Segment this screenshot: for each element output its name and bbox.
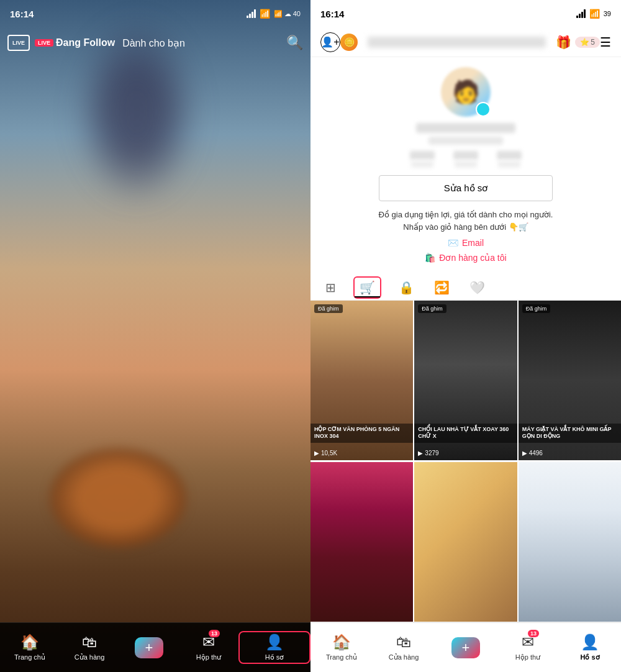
rnav-hop-thu-label: Hộp thư <box>515 653 540 661</box>
nav-label-trang-chu: Trang chủ <box>14 653 45 661</box>
pinned-badge-2: Đã ghim <box>418 304 446 313</box>
tab-basket[interactable]: 🛒 <box>353 276 381 299</box>
profile-icon: 👤 <box>265 633 284 651</box>
stat-followers-value <box>453 151 478 160</box>
inbox-icon: ✉ 13 <box>202 633 215 651</box>
videos-grid: Đã ghim HỘP CƠM VĂN PHÒNG 5 NGĂN INOX 30… <box>310 301 621 622</box>
left-status-bar: 16:14 📶 📶 ☁ 40 <box>0 0 310 27</box>
rnav-ho-so-label: Hồ sơ <box>580 653 599 661</box>
right-bottom-nav: 🏠 Trang chủ 🛍 Cửa hàng + ✉ 13 Hộp thư 👤 … <box>310 622 621 672</box>
danh-cho-ban-tab[interactable]: Dành cho bạn <box>122 37 185 49</box>
right-battery: 39 <box>604 10 611 17</box>
rnav-shop-icon: 🛍 <box>396 633 411 651</box>
hamburger-menu-icon[interactable]: ☰ <box>600 35 611 50</box>
bio-line1: Đồ gia dụng tiện lợi, giá tốt dành cho m… <box>379 210 553 219</box>
left-bottom-nav: 🏠 Trang chủ 🛍 Cửa hàng + ✉ 13 Hộp thư 👤 … <box>0 622 310 672</box>
tiktok-coin-button[interactable]: 🪙 <box>340 34 358 51</box>
rnav-hop-thu[interactable]: ✉ 13 Hộp thư <box>497 633 559 661</box>
nav-item-ho-so[interactable]: 👤 Hồ sơ <box>238 631 310 664</box>
view-count-3: 4496 <box>529 450 543 456</box>
tab-lock[interactable]: 🔒 <box>396 275 417 300</box>
plus-button[interactable]: + <box>135 637 163 658</box>
left-time: 16:14 <box>10 9 34 19</box>
add-user-icon: 👤+ <box>321 36 339 48</box>
play-icon-2: ▶ <box>418 450 423 456</box>
video-item-4[interactable] <box>310 462 413 622</box>
stat-following <box>410 151 435 168</box>
video-caption-2: CHỔI LAU NHÀ TỰ VẮT XOAY 360 CHỮ X <box>414 424 517 443</box>
video-item-1[interactable]: Đã ghim HỘP CƠM VĂN PHÒNG 5 NGĂN INOX 30… <box>310 301 413 460</box>
gift-star-icon: ⭐ <box>580 38 589 47</box>
right-wifi-icon: 📶 <box>589 9 600 19</box>
email-link[interactable]: ✉️ Email <box>448 238 484 248</box>
username-display <box>368 37 546 48</box>
bio-text: Đồ gia dụng tiện lợi, giá tốt dành cho m… <box>366 209 566 233</box>
content-tabs: ⊞ 🛒 🔒 🔁 🤍 <box>310 275 621 301</box>
gift-count-badge: ⭐ 5 <box>575 37 600 48</box>
profile-stats <box>410 151 522 168</box>
video-item-5[interactable] <box>414 462 517 622</box>
right-time: 16:14 <box>320 9 344 19</box>
nav-item-trang-chu[interactable]: 🏠 Trang chủ <box>0 633 60 661</box>
left-video-bg <box>0 0 310 672</box>
rnav-trang-chu-label: Trang chủ <box>326 653 357 661</box>
left-header: LIVE LIVE Đang Follow Dành cho bạn 🔍 <box>0 27 310 58</box>
video-caption-1: HỘP CƠM VĂN PHÒNG 5 NGĂN INOX 304 <box>310 424 413 443</box>
rnav-inbox-icon: ✉ 13 <box>522 633 534 651</box>
hop-thu-badge: 13 <box>209 630 220 637</box>
search-icon[interactable]: 🔍 <box>286 35 303 51</box>
basket-icon: 🛒 <box>360 281 375 294</box>
left-status-icons: 📶 📶 ☁ 40 <box>247 9 301 19</box>
pinned-badge-3: Đã ghim <box>522 304 551 313</box>
stat-following-label <box>411 161 433 168</box>
play-icon-1: ▶ <box>314 450 319 456</box>
order-icon: 🛍️ <box>425 253 435 263</box>
rnav-ho-so[interactable]: 👤 Hồ sơ <box>559 633 621 661</box>
rnav-profile-icon: 👤 <box>581 633 599 651</box>
tab-liked[interactable]: 🤍 <box>467 275 487 300</box>
bio-line2: Nhấp vào giỏ hàng bên dưới 👇🛒 <box>403 222 528 232</box>
rnav-hop-thu-badge: 13 <box>528 630 539 637</box>
rnav-cua-hang[interactable]: 🛍 Cửa hàng <box>373 633 435 661</box>
stat-likes-label <box>498 161 520 168</box>
sua-ho-so-button[interactable]: Sửa hồ sơ <box>379 175 553 201</box>
stat-followers <box>453 151 478 168</box>
coin-icon: 🪙 <box>344 37 355 47</box>
rnav-trang-chu[interactable]: 🏠 Trang chủ <box>310 633 373 661</box>
add-user-button[interactable]: 👤+ <box>320 32 340 52</box>
email-icon: ✉️ <box>448 238 458 248</box>
profile-handle <box>428 137 503 145</box>
battery-label: 📶 ☁ 40 <box>274 10 301 18</box>
rnav-plus-button[interactable]: + <box>451 637 480 658</box>
home-icon: 🏠 <box>20 633 39 651</box>
video-views-2: ▶ 3279 <box>418 450 438 456</box>
signal-icon <box>247 9 256 18</box>
tab-grid[interactable]: ⊞ <box>323 275 338 300</box>
repost-icon: 🔁 <box>434 281 450 294</box>
right-panel: 16:14 📶 39 👤+ 🪙 🎁 ⭐ 5 ☰ <box>310 0 621 672</box>
rnav-plus[interactable]: + <box>435 637 497 658</box>
gift-area: 🎁 ⭐ 5 <box>556 35 600 50</box>
video-item-2[interactable]: Đã ghim CHỔI LAU NHÀ TỰ VẮT XOAY 360 CHỮ… <box>414 301 517 460</box>
dang-follow-label: Đang Follow <box>56 37 115 48</box>
right-status-bar: 16:14 📶 39 <box>310 0 621 27</box>
video-views-3: ▶ 4496 <box>522 450 543 456</box>
rnav-home-icon: 🏠 <box>332 633 351 651</box>
profile-username <box>416 123 515 133</box>
view-count-1: 10,5K <box>321 450 337 456</box>
gift-count-number: 5 <box>591 38 595 47</box>
live-tv-label: LIVE <box>12 40 25 46</box>
avatar: 🧑 <box>441 67 491 117</box>
rnav-cua-hang-label: Cửa hàng <box>389 653 419 661</box>
don-hang-label: Đơn hàng của tôi <box>439 253 506 263</box>
dang-follow-button[interactable]: LIVE Đang Follow <box>35 37 115 48</box>
don-hang-link[interactable]: 🛍️ Đơn hàng của tôi <box>425 253 506 263</box>
nav-item-hop-thu[interactable]: ✉ 13 Hộp thư <box>179 633 238 661</box>
avatar-tiktok-dot <box>476 102 491 117</box>
tab-repost[interactable]: 🔁 <box>432 275 452 300</box>
nav-item-cua-hang[interactable]: 🛍 Cửa hàng <box>60 633 119 661</box>
video-item-6[interactable] <box>519 462 621 622</box>
nav-item-plus[interactable]: + <box>119 637 179 658</box>
video-item-3[interactable]: Đã ghim MÁY GIẶT VÀ VẮT KHÔ MINI GẤP GỌN… <box>519 301 621 460</box>
nav-label-ho-so: Hồ sơ <box>265 653 284 661</box>
